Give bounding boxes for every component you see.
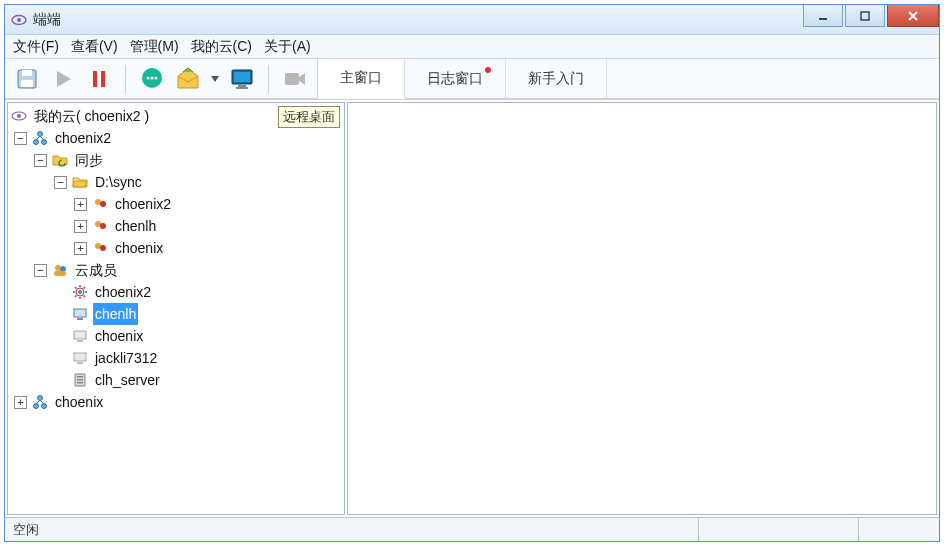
svg-rect-38 <box>54 271 66 276</box>
tree[interactable]: 我的云( choenix2 ) − choenix2 − <box>8 103 344 415</box>
tab-newbie-guide[interactable]: 新手入门 <box>506 59 607 99</box>
svg-point-14 <box>151 76 154 79</box>
collapse-icon[interactable]: − <box>14 132 27 145</box>
collapse-icon[interactable]: − <box>54 176 67 189</box>
menu-view[interactable]: 查看(V) <box>71 38 118 56</box>
tree-item-label: chenlh <box>113 215 158 237</box>
tree-item[interactable]: + choenix <box>10 237 342 259</box>
svg-point-26 <box>34 140 39 145</box>
svg-rect-57 <box>77 379 83 381</box>
svg-point-35 <box>100 245 106 251</box>
svg-rect-50 <box>77 318 83 320</box>
status-end <box>859 518 939 541</box>
user-pair-icon <box>91 195 109 213</box>
svg-point-24 <box>17 114 21 118</box>
svg-line-29 <box>40 136 44 140</box>
svg-rect-21 <box>285 73 299 85</box>
folder-sync-icon <box>51 151 69 169</box>
svg-point-61 <box>42 404 47 409</box>
mail-icon[interactable] <box>174 65 202 93</box>
tree-item[interactable]: − 云成员 <box>10 259 342 281</box>
body: 远程桌面 我的云( choenix2 ) − choenix2 <box>5 99 939 517</box>
tree-item-label: choenix2 <box>93 281 153 303</box>
tree-item[interactable]: choenix <box>10 325 342 347</box>
tree-item[interactable]: jackli7312 <box>10 347 342 369</box>
svg-point-31 <box>100 201 106 207</box>
users-icon <box>51 261 69 279</box>
app-icon <box>11 12 27 28</box>
tree-item[interactable]: + choenix2 <box>10 193 342 215</box>
eye-icon <box>10 107 28 125</box>
svg-point-25 <box>38 132 43 137</box>
menu-mycloud[interactable]: 我的云(C) <box>191 38 252 56</box>
minimize-button[interactable] <box>803 5 843 27</box>
chat-icon[interactable] <box>138 65 166 93</box>
svg-point-48 <box>78 290 82 294</box>
tree-panel: 远程桌面 我的云( choenix2 ) − choenix2 <box>7 102 345 515</box>
network-icon <box>31 129 49 147</box>
status-mid <box>699 518 859 541</box>
tab-log-window[interactable]: 日志窗口 <box>405 59 506 99</box>
expand-icon[interactable]: + <box>14 396 27 409</box>
tree-item[interactable]: + choenix <box>10 391 342 413</box>
svg-rect-10 <box>93 71 97 87</box>
svg-rect-51 <box>74 331 86 339</box>
network-icon <box>31 393 49 411</box>
menu-manage[interactable]: 管理(M) <box>130 38 179 56</box>
user-pair-icon <box>91 239 109 257</box>
tree-item-label: choenix2 <box>113 193 173 215</box>
svg-point-1 <box>17 18 21 22</box>
expand-icon[interactable]: + <box>74 220 87 233</box>
save-icon[interactable] <box>13 65 41 93</box>
svg-point-33 <box>100 223 106 229</box>
close-button[interactable] <box>887 5 939 27</box>
toolbar-separator <box>125 65 126 93</box>
toolbar-separator <box>268 65 269 93</box>
expand-icon[interactable]: + <box>74 198 87 211</box>
tree-item-label: 云成员 <box>73 259 119 281</box>
svg-point-15 <box>155 76 158 79</box>
expand-icon[interactable]: + <box>74 242 87 255</box>
titlebar: 端端 <box>5 5 939 35</box>
svg-marker-22 <box>299 73 305 85</box>
tree-item[interactable]: − choenix2 <box>10 127 342 149</box>
remote-desktop-tooltip: 远程桌面 <box>278 106 340 128</box>
svg-line-28 <box>36 136 40 140</box>
tabbar: 主窗口 日志窗口 新手入门 <box>317 59 939 99</box>
tree-item[interactable]: + chenlh <box>10 215 342 237</box>
tab-main-window[interactable]: 主窗口 <box>318 59 405 99</box>
svg-marker-9 <box>57 71 71 87</box>
tree-item[interactable]: clh_server <box>10 369 342 391</box>
pause-icon[interactable] <box>85 65 113 93</box>
svg-rect-56 <box>77 376 83 378</box>
folder-open-icon <box>71 173 89 191</box>
tree-item-selected[interactable]: chenlh <box>10 303 342 325</box>
tree-item[interactable]: choenix2 <box>10 281 342 303</box>
menu-file[interactable]: 文件(F) <box>13 38 59 56</box>
maximize-button[interactable] <box>845 5 885 27</box>
menu-about[interactable]: 关于(A) <box>264 38 311 56</box>
tree-item-label: D:\sync <box>93 171 144 193</box>
tree-root-label: 我的云( choenix2 ) <box>32 105 151 127</box>
svg-line-63 <box>40 400 44 404</box>
mail-dropdown-icon[interactable] <box>210 76 220 82</box>
svg-rect-20 <box>236 87 248 89</box>
gear-sun-icon <box>71 283 89 301</box>
tree-item-label: choenix <box>113 237 165 259</box>
collapse-icon[interactable]: − <box>34 154 47 167</box>
monitor-icon[interactable] <box>228 65 256 93</box>
app-window: 端端 文件(F) 查看(V) 管理(M) 我的云(C) 关于(A) <box>4 4 940 542</box>
svg-rect-53 <box>74 353 86 361</box>
camera-icon[interactable] <box>281 65 309 93</box>
svg-rect-8 <box>21 80 33 87</box>
tree-item-label: clh_server <box>93 369 162 391</box>
svg-rect-7 <box>22 70 32 76</box>
tree-item[interactable]: − 同步 <box>10 149 342 171</box>
menubar: 文件(F) 查看(V) 管理(M) 我的云(C) 关于(A) <box>5 35 939 59</box>
tab-label: 主窗口 <box>340 69 382 87</box>
play-icon[interactable] <box>49 65 77 93</box>
svg-point-27 <box>42 140 47 145</box>
svg-rect-19 <box>238 85 246 87</box>
tree-item[interactable]: − D:\sync <box>10 171 342 193</box>
collapse-icon[interactable]: − <box>34 264 47 277</box>
